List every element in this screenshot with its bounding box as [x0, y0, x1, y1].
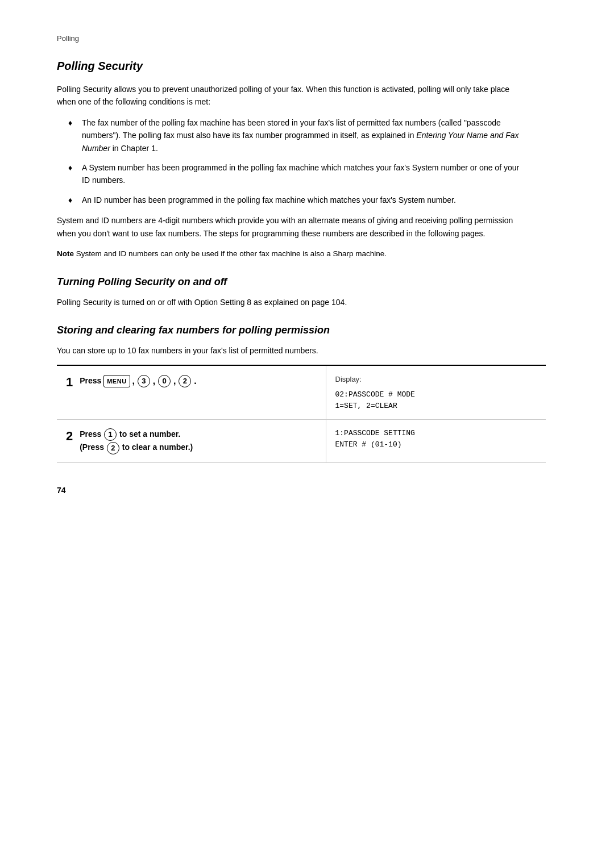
turning-on-off-text: Polling Security is turned on or off wit… [57, 296, 523, 308]
italic-reference: Entering Your Name and Fax Number [82, 131, 519, 152]
key-0: 0 [158, 375, 171, 387]
storing-clearing-intro: You can store up to 10 fax numbers in yo… [57, 344, 523, 357]
list-item: The fax number of the polling fax machin… [68, 116, 523, 155]
bullet-list: The fax number of the polling fax machin… [68, 116, 523, 206]
step1-number: 1 [66, 374, 73, 391]
header-label-text: Polling [57, 34, 79, 43]
page-number: 74 [57, 486, 569, 495]
key-1: 1 [104, 428, 117, 441]
step2-number: 2 [66, 428, 73, 445]
step2-line2: (Press 2 to clear a number.) [80, 443, 193, 452]
step1-display-text: 02:PASSCODE # MODE 1=SET, 2=CLEAR [335, 389, 537, 411]
table-row: 2 Press 1 to set a number. (Press 2 to c… [57, 420, 546, 463]
page-header: Polling [57, 34, 569, 43]
step1-display: Display: 02:PASSCODE # MODE 1=SET, 2=CLE… [326, 365, 546, 419]
menu-key: MENU [103, 375, 130, 387]
system-id-para: System and ID numbers are 4-digit number… [57, 214, 523, 240]
storing-clearing-title: Storing and clearing fax numbers for pol… [57, 324, 569, 336]
polling-security-intro: Polling Security allows you to prevent u… [57, 83, 523, 108]
step1-press-label: Press [80, 376, 101, 385]
list-item: An ID number has been programmed in the … [68, 194, 523, 206]
step2-line1: Press 1 to set a number. [80, 429, 180, 439]
step2-content: Press 1 to set a number. (Press 2 to cle… [80, 428, 193, 454]
step1-content: Press MENU , 3 , 0 , 2 . [80, 374, 196, 389]
steps-table: 1 Press MENU , 3 , 0 , 2 . Display: [57, 365, 546, 462]
step2-display-text: 1:PASSCODE SETTING ENTER # (01-10) [335, 428, 537, 450]
table-row: 1 Press MENU , 3 , 0 , 2 . Display: [57, 365, 546, 419]
step1-instruction: 1 Press MENU , 3 , 0 , 2 . [57, 365, 326, 419]
list-item: A System number has been programmed in t… [68, 161, 523, 187]
key-2-clear: 2 [107, 442, 119, 454]
note-text: Note System and ID numbers can only be u… [57, 248, 523, 260]
step2-instruction: 2 Press 1 to set a number. (Press 2 to c… [57, 420, 326, 463]
step2-display: 1:PASSCODE SETTING ENTER # (01-10) [326, 420, 546, 463]
turning-on-off-title: Turning Polling Security on and off [57, 276, 569, 288]
key-2: 2 [179, 375, 191, 387]
polling-security-title: Polling Security [57, 60, 569, 73]
key-3: 3 [138, 375, 150, 387]
display-label: Display: [335, 374, 537, 386]
note-bold-label: Note [57, 249, 74, 258]
